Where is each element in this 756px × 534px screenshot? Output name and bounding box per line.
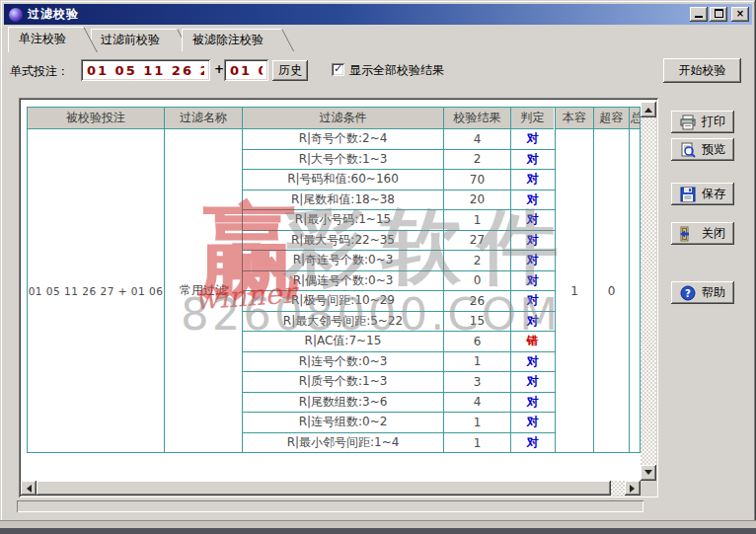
help-label: 帮助 — [702, 284, 725, 301]
verdict-cell: 对 — [511, 231, 554, 251]
condition-cell: R|最小邻号间距:1~4 — [243, 433, 444, 454]
start-check-button[interactable]: 开始校验 — [663, 58, 741, 83]
result-cell: 2 — [444, 251, 511, 270]
table-row: R|奇连号个数:0~3 2 对 — [243, 251, 555, 271]
scroll-left-button[interactable] — [21, 481, 37, 496]
condition-cell: R|偶连号个数:0~3 — [243, 271, 444, 291]
horizontal-scroll-thumb[interactable] — [37, 481, 611, 496]
preview-label: 预览 — [702, 141, 725, 158]
table-row: R|最小邻号间距:1~4 1 对 — [243, 433, 555, 454]
save-button[interactable]: 保存 — [671, 183, 734, 205]
own-tolerance-value: 1 — [556, 129, 593, 452]
verdict-cell: 对 — [511, 312, 554, 332]
preview-button[interactable]: 预览 — [671, 138, 734, 161]
condition-cell: R|最大邻号间距:5~22 — [243, 312, 444, 332]
table-row: R|质号个数:1~3 3 对 — [243, 372, 555, 393]
table-row: R|号码和值:60~160 70 对 — [243, 170, 555, 191]
history-button[interactable]: 历史 — [272, 60, 308, 81]
check-icon: ✓ — [334, 62, 342, 75]
table-row: R|极号间距:10~29 26 对 — [243, 291, 555, 312]
vertical-scroll-track[interactable] — [641, 117, 656, 465]
main-numbers-input[interactable] — [81, 59, 210, 81]
tab-prefilter-check[interactable]: 过滤前校验 — [91, 29, 170, 51]
verdict-cell: 对 — [511, 352, 554, 372]
condition-cell: R|连号组数:0~2 — [243, 413, 444, 432]
result-cell: 0 — [444, 271, 511, 291]
verdict-cell: 对 — [511, 291, 554, 311]
header-exceed-tolerance: 超容 — [594, 108, 629, 129]
status-strip — [17, 500, 643, 512]
results-table: 被校验投注 01 05 11 26 27 + 01 06 过滤名称 常用过滤 过… — [27, 107, 641, 453]
printer-icon — [680, 114, 696, 130]
tab-filtered-out-check[interactable]: 被滤除注校验 — [182, 29, 274, 51]
show-all-checkbox[interactable]: ✓ — [332, 63, 344, 76]
condition-rows: R|奇号个数:2~4 4 对 R|大号个数:1~3 2 对 R|号码和值:60~… — [243, 129, 555, 453]
results-panel: 被校验投注 01 05 11 26 27 + 01 06 过滤名称 常用过滤 过… — [19, 98, 658, 497]
minimize-button[interactable] — [690, 7, 708, 22]
table-row: R|偶连号个数:0~3 0 对 — [243, 271, 555, 292]
arrow-left-icon — [23, 485, 32, 493]
column-exceed-tolerance: 超容 0 — [594, 108, 630, 452]
condition-cell: R|最大号码:22~35 — [243, 231, 444, 251]
verdict-cell: 错 — [511, 332, 554, 351]
verdict-cell: 对 — [511, 251, 554, 270]
titlebar: 过滤校验 × — [4, 4, 752, 25]
exceed-tolerance-value: 0 — [594, 129, 629, 452]
horizontal-scrollbar[interactable] — [21, 481, 641, 496]
close-icon: × — [736, 8, 744, 19]
condition-cell: R|尾数组数:3~6 — [243, 393, 444, 413]
close-window-button[interactable]: 关闭 — [671, 222, 734, 245]
table-row: R|连号个数:0~3 1 对 — [243, 352, 555, 373]
window-title: 过滤校验 — [28, 6, 79, 23]
close-button[interactable]: × — [731, 7, 749, 22]
column-group-conditions: 过滤条件 校验结果 判定 R|奇号个数:2~4 4 对 R|大号个数:1~3 2… — [243, 108, 556, 452]
scrollbar-corner — [641, 481, 656, 496]
table-row: R|尾数和值:18~38 20 对 — [243, 191, 555, 211]
preview-icon — [680, 142, 696, 158]
verdict-cell: 对 — [511, 129, 554, 149]
condition-cell: R|最小号码:1~15 — [243, 210, 444, 230]
save-icon — [680, 187, 696, 202]
maximize-icon — [715, 9, 723, 18]
result-cell: 1 — [444, 413, 511, 432]
condition-cell: R|大号个数:1~3 — [243, 150, 444, 170]
table-row: R|尾数组数:3~6 4 对 — [243, 393, 555, 414]
condition-cell: R|连号个数:0~3 — [243, 352, 444, 372]
help-button[interactable]: ? 帮助 — [671, 281, 734, 304]
tab-label: 过滤前校验 — [91, 29, 170, 50]
result-cell: 1 — [444, 210, 511, 230]
result-cell: 1 — [444, 352, 511, 372]
filter-name-value: 常用过滤 — [165, 129, 242, 452]
result-cell: 26 — [444, 291, 511, 311]
arrow-down-icon — [644, 470, 652, 479]
help-icon: ? — [680, 285, 696, 301]
minimize-icon — [695, 16, 703, 18]
tab-single-bet-check[interactable]: 单注校验 — [8, 27, 77, 52]
result-cell: 4 — [444, 129, 511, 149]
print-button[interactable]: 打印 — [671, 111, 734, 133]
save-label: 保存 — [702, 186, 725, 202]
scroll-up-button[interactable] — [641, 102, 656, 117]
header-verdict: 判定 — [511, 108, 554, 129]
result-cell: 4 — [444, 393, 511, 413]
arrow-right-icon — [630, 485, 639, 493]
tab-label: 单注校验 — [8, 27, 77, 50]
maximize-button[interactable] — [710, 7, 727, 22]
result-cell: 3 — [444, 372, 511, 392]
condition-cell: R|尾数和值:18~38 — [243, 191, 444, 210]
table-row: R|最大邻号间距:5~22 15 对 — [243, 312, 555, 333]
table-row: R|最大号码:22~35 27 对 — [243, 231, 555, 252]
vertical-scrollbar[interactable] — [641, 102, 656, 481]
arrow-up-icon — [644, 104, 652, 113]
extra-numbers-input[interactable] — [224, 59, 268, 81]
print-label: 打印 — [702, 114, 725, 130]
bottom-dark-band — [0, 528, 756, 534]
verdict-cell: 对 — [511, 433, 554, 454]
result-cell: 2 — [444, 150, 511, 170]
scroll-right-button[interactable] — [625, 481, 641, 496]
table-row: R|连号组数:0~2 1 对 — [243, 413, 555, 433]
scroll-down-button[interactable] — [641, 465, 656, 481]
exit-door-icon — [680, 226, 696, 242]
column-checked-bet: 被校验投注 01 05 11 26 27 + 01 06 — [28, 108, 165, 452]
table-row: R|AC值:7~15 6 错 — [243, 332, 555, 352]
